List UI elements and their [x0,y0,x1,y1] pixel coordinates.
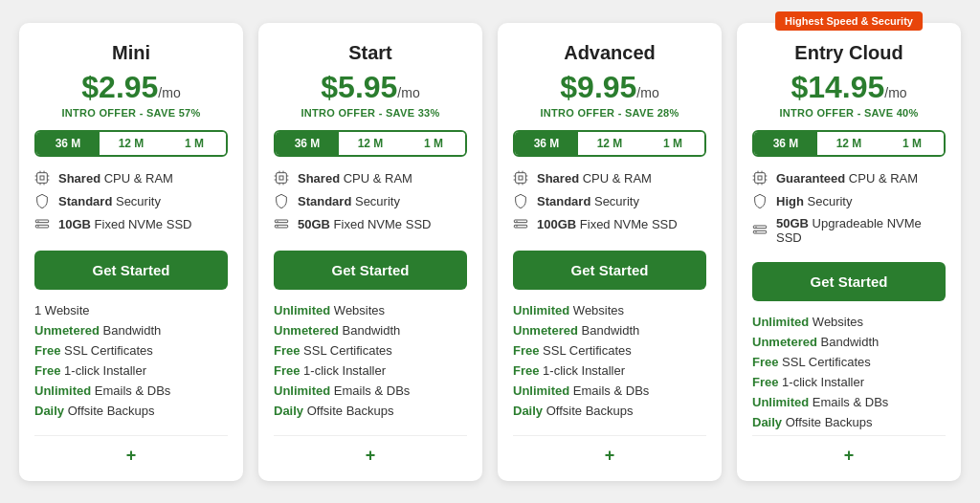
period-btn-2[interactable]: 1 M [880,132,944,155]
spec-text: Guaranteed CPU & RAM [776,171,918,186]
per-mo: /mo [158,85,180,100]
feature-item: Free SSL Certificates [752,355,946,369]
svg-rect-11 [35,225,48,228]
feature-item: Daily Offsite Backups [34,404,228,418]
plan-specs: Shared CPU & RAM Standard Security 50GB … [274,170,467,239]
spec-text: 50GB Fixed NVMe SSD [298,217,431,231]
period-btn-2[interactable]: 1 M [641,132,704,155]
spec-text: Standard Security [298,194,400,208]
plan-offer: INTRO OFFER - SAVE 40% [752,107,946,119]
spec-row: Shared CPU & RAM [34,170,228,187]
plan-features-list: Unlimited WebsitesUnmetered BandwidthFre… [513,303,706,424]
spec-text: Standard Security [58,194,161,208]
plan-price: $5.95/mo [274,70,467,105]
plan-features-list: Unlimited WebsitesUnmetered BandwidthFre… [752,315,946,435]
plan-specs: Shared CPU & RAM Standard Security 100GB… [513,170,706,239]
price-value: $9.95 [560,70,636,104]
plan-card-mini: Mini $2.95/mo INTRO OFFER - SAVE 57% 36 … [19,23,243,481]
period-btn-0[interactable]: 36 M [515,132,578,155]
per-mo: /mo [397,85,419,100]
plan-name: Mini [34,42,228,64]
period-toggle: 36 M12 M1 M [34,130,228,157]
spec-row: 100GB Fixed NVMe SSD [513,216,706,233]
feature-item: Unlimited Emails & DBs [34,383,228,398]
svg-rect-52 [753,226,766,229]
period-btn-0[interactable]: 36 M [276,132,339,155]
svg-point-41 [516,226,517,227]
plan-specs: Shared CPU & RAM Standard Security 10GB … [34,170,228,239]
plan-card-start: Start $5.95/mo INTRO OFFER - SAVE 33% 36… [258,23,482,481]
period-toggle: 36 M12 M1 M [274,130,467,157]
feature-item: Unmetered Bandwidth [513,323,706,338]
feature-item: Unlimited Websites [752,315,946,329]
spec-text: Shared CPU & RAM [58,171,173,186]
period-btn-2[interactable]: 1 M [163,132,226,155]
svg-rect-15 [279,176,283,180]
feature-item: Unmetered Bandwidth [274,323,467,338]
plan-price: $2.95/mo [34,70,228,105]
cpu-icon [513,170,530,187]
expand-button[interactable]: + [34,435,228,466]
period-btn-0[interactable]: 36 M [754,132,817,155]
spec-row: Standard Security [34,193,228,210]
expand-button[interactable]: + [274,435,467,466]
period-btn-1[interactable]: 12 M [100,132,163,155]
svg-rect-38 [514,220,526,223]
plan-name: Start [274,42,467,64]
period-toggle: 36 M12 M1 M [752,130,946,157]
feature-item: Unmetered Bandwidth [752,335,946,349]
plan-offer: INTRO OFFER - SAVE 33% [274,107,467,119]
feature-item: Daily Offsite Backups [274,404,467,418]
svg-rect-14 [277,172,287,183]
expand-button[interactable]: + [752,435,946,466]
feature-item: Daily Offsite Backups [513,404,706,418]
plan-features-list: Unlimited WebsitesUnmetered BandwidthFre… [274,303,467,424]
period-btn-1[interactable]: 12 M [578,132,641,155]
feature-item: Free SSL Certificates [513,343,706,358]
get-started-button[interactable]: Get Started [513,251,706,290]
feature-item: 1 Website [34,303,228,317]
get-started-button[interactable]: Get Started [274,251,467,290]
price-value: $5.95 [321,70,397,104]
storage-icon [34,216,52,233]
svg-rect-0 [37,172,48,183]
get-started-button[interactable]: Get Started [752,262,946,301]
svg-rect-42 [755,172,766,183]
storage-icon [274,216,291,233]
spec-text: High Security [776,194,852,208]
cpu-icon [34,170,52,187]
period-btn-0[interactable]: 36 M [36,132,100,155]
svg-point-26 [277,220,278,221]
plan-badge: Highest Speed & Security [775,11,923,31]
spec-text: 10GB Fixed NVMe SSD [58,217,191,231]
svg-rect-53 [753,230,766,233]
svg-point-55 [755,231,756,232]
spec-row: 50GB Upgradeable NVMe SSD [752,216,946,245]
feature-item: Free 1-click Installer [513,363,706,378]
spec-text: 100GB Fixed NVMe SSD [537,217,678,231]
shield-icon [274,193,291,210]
shield-icon [752,193,769,210]
period-btn-1[interactable]: 12 M [339,132,402,155]
svg-rect-39 [514,225,526,228]
feature-item: Free 1-click Installer [274,363,467,378]
plan-specs: Guaranteed CPU & RAM High Security 50GB … [752,170,946,251]
expand-button[interactable]: + [513,435,706,466]
spec-row: 50GB Fixed NVMe SSD [274,216,467,233]
cpu-icon [752,170,769,187]
feature-item: Free 1-click Installer [34,363,228,378]
feature-item: Unlimited Websites [513,303,706,317]
period-btn-1[interactable]: 12 M [817,132,880,155]
spec-row: Standard Security [513,193,706,210]
plan-card-advanced: Advanced $9.95/mo INTRO OFFER - SAVE 28%… [498,23,722,481]
spec-row: Standard Security [274,193,467,210]
spec-row: Shared CPU & RAM [274,170,467,187]
feature-item: Unlimited Emails & DBs [752,395,946,409]
period-btn-2[interactable]: 1 M [402,132,465,155]
price-value: $14.95 [791,70,884,104]
feature-item: Free 1-click Installer [752,375,946,389]
svg-rect-43 [758,176,762,180]
plan-name: Entry Cloud [752,42,946,64]
get-started-button[interactable]: Get Started [34,251,228,290]
svg-point-13 [37,226,38,227]
